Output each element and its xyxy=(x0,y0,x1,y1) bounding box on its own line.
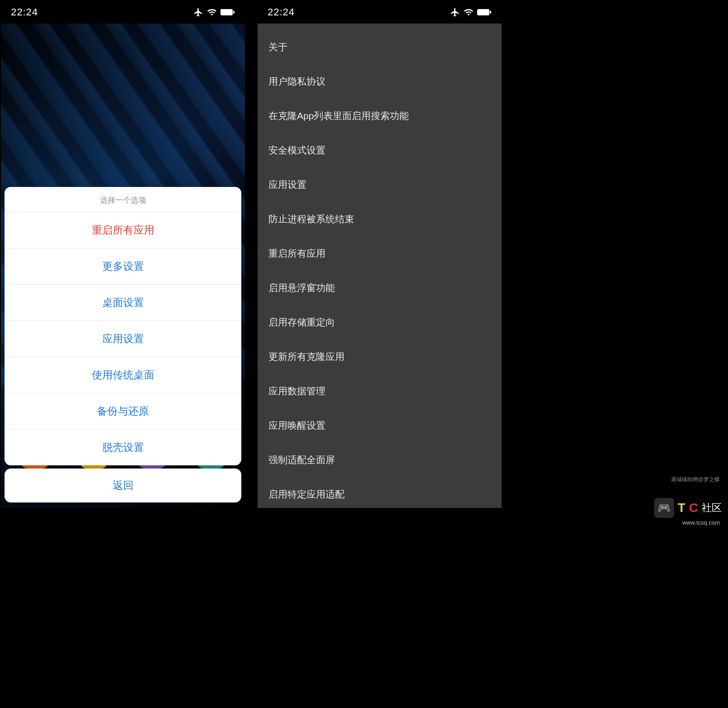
settings-update-clones[interactable]: 更新所有克隆应用 xyxy=(258,340,502,374)
settings-data-mgmt[interactable]: 应用数据管理 xyxy=(258,374,502,408)
airplane-icon xyxy=(450,7,460,17)
cancel-button[interactable]: 返回 xyxy=(5,469,241,502)
wifi-icon xyxy=(464,7,474,17)
status-time: 22:24 xyxy=(268,6,295,18)
watermark: 🎮 T C 社区 xyxy=(654,498,722,518)
svg-rect-2 xyxy=(477,9,489,15)
option-more-settings[interactable]: 更多设置 xyxy=(5,249,241,285)
svg-rect-1 xyxy=(233,11,235,14)
watermark-url: www.tcsq.com xyxy=(682,519,720,526)
settings-wakeup[interactable]: 应用唤醒设置 xyxy=(258,408,502,443)
option-app-settings[interactable]: 应用设置 xyxy=(5,321,241,357)
status-icons xyxy=(450,7,492,17)
settings-safe-mode[interactable]: 安全模式设置 xyxy=(258,133,502,167)
wifi-icon xyxy=(207,7,217,17)
settings-storage-redirect[interactable]: 启用存储重定向 xyxy=(258,305,502,340)
settings-privacy[interactable]: 用户隐私协议 xyxy=(258,64,502,99)
status-bar-right: 22:24 xyxy=(258,1,502,24)
svg-rect-0 xyxy=(220,9,233,15)
status-icons xyxy=(193,7,235,17)
settings-restart-all[interactable]: 重启所有应用 xyxy=(258,236,502,271)
option-unshell-settings[interactable]: 脱壳设置 xyxy=(5,430,241,465)
option-traditional-desktop[interactable]: 使用传统桌面 xyxy=(5,357,241,393)
watermark-brand-c: C xyxy=(689,501,698,515)
svg-rect-3 xyxy=(490,11,491,14)
settings-about[interactable]: 关于 xyxy=(258,30,502,64)
watermark-hint: 屠城辅助网@梦之蝶 xyxy=(671,476,720,483)
action-sheet: 选择一个选项 重启所有应用 更多设置 桌面设置 应用设置 使用传统桌面 备份与还… xyxy=(5,187,241,465)
phone-right: 22:24 关于 用户隐私协议 在克隆App列表里面启用搜索功能 安全模式设置 … xyxy=(258,1,502,508)
settings-specific-fit[interactable]: 启用特定应用适配 xyxy=(258,477,502,508)
sheet-title: 选择一个选项 xyxy=(5,187,241,212)
phone-left: 22:24 选择一个选项 重启所有应用 更多设置 桌面设置 应用设置 xyxy=(1,1,245,508)
option-desktop-settings[interactable]: 桌面设置 xyxy=(5,285,241,321)
airplane-icon xyxy=(193,7,203,17)
settings-list: 关于 用户隐私协议 在克隆App列表里面启用搜索功能 安全模式设置 应用设置 防… xyxy=(258,24,502,508)
option-backup-restore[interactable]: 备份与还原 xyxy=(5,393,241,430)
settings-app-settings[interactable]: 应用设置 xyxy=(258,167,502,202)
watermark-logo-icon: 🎮 xyxy=(654,498,674,518)
option-restart-all[interactable]: 重启所有应用 xyxy=(5,212,241,249)
battery-icon xyxy=(220,8,235,16)
status-time: 22:24 xyxy=(11,6,38,18)
settings-fullscreen-fit[interactable]: 强制适配全面屏 xyxy=(258,443,502,477)
watermark-brand-suffix: 社区 xyxy=(702,501,722,515)
settings-float-window[interactable]: 启用悬浮窗功能 xyxy=(258,271,502,305)
settings-enable-search[interactable]: 在克隆App列表里面启用搜索功能 xyxy=(258,99,502,133)
watermark-brand-t: T xyxy=(678,501,685,515)
settings-prevent-kill[interactable]: 防止进程被系统结束 xyxy=(258,202,502,236)
battery-icon xyxy=(477,8,492,16)
status-bar-left: 22:24 xyxy=(1,1,245,24)
